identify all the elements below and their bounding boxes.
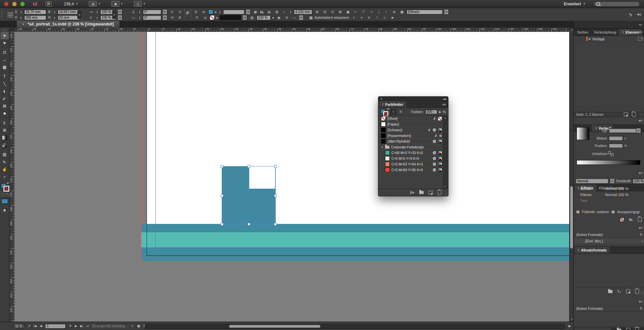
swatch-row[interactable]: C=6 M=5 Y=9 K=0 bbox=[378, 156, 443, 161]
tint-field[interactable]: 100 bbox=[425, 109, 437, 114]
fill-color-proxy[interactable] bbox=[208, 9, 213, 14]
clear-effects-icon[interactable] bbox=[620, 218, 624, 222]
swatch-row[interactable]: C=0 M=62 Y=64 K=0 bbox=[378, 161, 443, 167]
corner-options-icon[interactable]: ⌐ bbox=[281, 9, 287, 14]
gap-tool-icon[interactable]: ↔ bbox=[1, 56, 9, 63]
quick-apply-icon[interactable]: ϟ bbox=[629, 12, 632, 17]
close-panel-icon[interactable]: × bbox=[380, 97, 382, 101]
distribute-h-icon[interactable]: ≡ bbox=[359, 15, 365, 20]
pencil-tool-icon[interactable]: ✎ bbox=[1, 95, 9, 102]
scale-y-stepper[interactable]: ▲▼ bbox=[96, 16, 99, 19]
clear-overrides-icon[interactable]: ¶✗ bbox=[618, 290, 621, 293]
free-transform-tool-icon[interactable]: ⊞ bbox=[1, 127, 9, 134]
constrain-dimensions-link-icon[interactable]: ∞ bbox=[77, 10, 82, 19]
stroke-menu-arrow-icon[interactable]: ▶ bbox=[216, 16, 218, 19]
stroke-style-field[interactable] bbox=[220, 15, 241, 20]
selection-tool-icon[interactable]: ➤ bbox=[1, 32, 9, 39]
document-canvas[interactable] bbox=[14, 32, 569, 322]
delete-effect-icon[interactable] bbox=[638, 218, 642, 222]
tint-field[interactable]: 100 % bbox=[257, 15, 271, 20]
resize-grip[interactable] bbox=[641, 291, 644, 294]
gradient-angle-field[interactable] bbox=[609, 136, 623, 141]
new-group-folder-icon[interactable] bbox=[419, 191, 424, 194]
fill-menu-arrow-icon[interactable]: ▶ bbox=[215, 11, 217, 13]
vertical-ruler[interactable]: 2202252302352402452502552602652702752802… bbox=[9, 32, 15, 322]
fill-stroke-proxy[interactable]: ⇄ bbox=[381, 108, 389, 115]
align-top-icon[interactable]: ⊥ bbox=[376, 9, 382, 14]
horizontal-scrollbar[interactable] bbox=[145, 324, 565, 329]
align-right-icon[interactable]: ⊣ bbox=[368, 9, 374, 14]
tint-arrow-icon[interactable]: ▶ bbox=[272, 16, 274, 19]
scroll-down-icon[interactable]: ▼ bbox=[571, 318, 573, 321]
document-tab[interactable]: × *a4_portrait_1s.indd @ 238 % [Umgewand… bbox=[17, 21, 119, 28]
panel-menu-icon[interactable]: ▾≡ bbox=[639, 171, 642, 175]
formatting-affects-text-icon[interactable]: T bbox=[5, 192, 9, 196]
new-layer-icon[interactable] bbox=[624, 112, 628, 116]
panel-menu-icon[interactable]: ▾≡ bbox=[639, 300, 642, 303]
content-collector-tool-icon[interactable]: ▦ bbox=[1, 63, 9, 71]
isolate-blending-checkbox[interactable] bbox=[576, 210, 580, 214]
type-tool-icon[interactable]: T bbox=[1, 73, 9, 80]
delete-swatch-icon[interactable] bbox=[438, 191, 441, 195]
pen-slash-icon[interactable]: ✗ bbox=[433, 117, 436, 121]
gradient-reverse-icon[interactable] bbox=[608, 151, 613, 156]
screen-mode-button[interactable]: ▣ bbox=[1, 207, 8, 213]
align-center-v-icon[interactable]: ⊦ bbox=[383, 9, 389, 14]
line-tool-icon[interactable]: ╲ bbox=[1, 80, 9, 88]
align-bottom-icon[interactable]: ⊧ bbox=[351, 15, 357, 20]
wrap-none-icon[interactable]: ▤ bbox=[266, 9, 272, 14]
page-menu-icon[interactable]: ▼ bbox=[69, 324, 72, 328]
reference-point-proxy[interactable] bbox=[8, 12, 13, 17]
new-style-group-icon[interactable] bbox=[608, 290, 612, 293]
layer-row[interactable]: ▶Vorlage bbox=[574, 36, 644, 42]
close-window-button[interactable] bbox=[4, 2, 9, 6]
selection-handle[interactable] bbox=[221, 194, 223, 197]
tab-seiten[interactable]: Seiten bbox=[575, 29, 591, 36]
panel-menu-icon[interactable]: ▾≡ bbox=[442, 103, 446, 106]
preflight-doc-icon[interactable]: ▱ bbox=[86, 324, 89, 328]
cmyk-icon[interactable] bbox=[438, 168, 442, 172]
visibility-toggle[interactable] bbox=[574, 36, 580, 42]
swatch-row[interactable]: c88m78y64k92 bbox=[378, 139, 443, 144]
corner-radius-stepper[interactable]: ▲▼ bbox=[289, 11, 292, 13]
scroll-down-icon[interactable]: ▼ bbox=[444, 185, 446, 188]
panel-drag-grip[interactable] bbox=[1, 10, 3, 19]
delete-style-icon[interactable] bbox=[635, 329, 639, 330]
center-content-icon[interactable]: ⊡ bbox=[329, 9, 335, 14]
checker-icon[interactable] bbox=[432, 168, 436, 172]
rectangle-tool-icon[interactable]: ■ bbox=[1, 110, 9, 117]
align-center-h-icon[interactable]: ⊤ bbox=[360, 9, 366, 14]
pen-slash-icon[interactable]: ✗ bbox=[428, 128, 431, 132]
swatch-row[interactable]: C=68 M=0 Y=33 K=0 bbox=[378, 150, 443, 156]
formatting-affects-text-icon[interactable]: T bbox=[398, 109, 404, 114]
vertical-scrollbar[interactable]: ▲ ▼ bbox=[569, 28, 574, 322]
view-options-control[interactable]: ▤ ▼ bbox=[89, 1, 101, 7]
rotation-field[interactable]: 0° bbox=[143, 9, 161, 14]
swatch-row[interactable]: [Schwarz]✗ bbox=[378, 127, 443, 133]
gradient-feather-tool-icon[interactable] bbox=[1, 141, 9, 149]
stroke-color-proxy[interactable] bbox=[210, 15, 215, 20]
horizontal-ruler[interactable]: 4540353025201510505101520253035404550556… bbox=[14, 28, 569, 32]
horizontal-scroll-thumb[interactable] bbox=[229, 325, 320, 328]
page-tool-icon[interactable]: ⊡ bbox=[1, 49, 9, 56]
quick-apply-icon[interactable]: ϟ bbox=[640, 232, 642, 237]
teal-band-light[interactable] bbox=[141, 232, 569, 247]
collect-style-icon[interactable]: ▱ bbox=[382, 15, 388, 20]
new-style-group-icon[interactable] bbox=[617, 329, 621, 330]
selection-handle[interactable] bbox=[274, 223, 277, 226]
wrap-bounding-icon[interactable]: ▥ bbox=[274, 9, 280, 14]
fx-menu-icon[interactable]: fx. bbox=[629, 218, 633, 222]
rotate-ccw-icon[interactable]: ↺ bbox=[177, 9, 183, 14]
chevron-down-icon[interactable]: ▼ bbox=[163, 9, 167, 15]
swatch-scrollbar[interactable]: ▲ ▼ bbox=[443, 116, 447, 188]
scissors-tool-icon[interactable]: ✂ bbox=[1, 119, 9, 127]
select-content-icon[interactable]: ⇲ bbox=[202, 15, 208, 20]
formatting-affects-container-icon[interactable]: □ bbox=[0, 192, 4, 196]
tab-verknpfung[interactable]: Verknüpfung bbox=[591, 29, 619, 36]
wrap-jump-icon[interactable]: ◉ bbox=[276, 15, 282, 20]
rotate-180-icon[interactable]: ⟲ bbox=[169, 15, 175, 20]
share-icon[interactable]: ↗ bbox=[28, 324, 31, 328]
flip-both-icon[interactable]: ⇵ bbox=[177, 15, 183, 20]
swatch-row[interactable]: [Ohne]✗ bbox=[378, 116, 443, 122]
chevron-down-icon[interactable]: ▼ bbox=[610, 178, 615, 184]
